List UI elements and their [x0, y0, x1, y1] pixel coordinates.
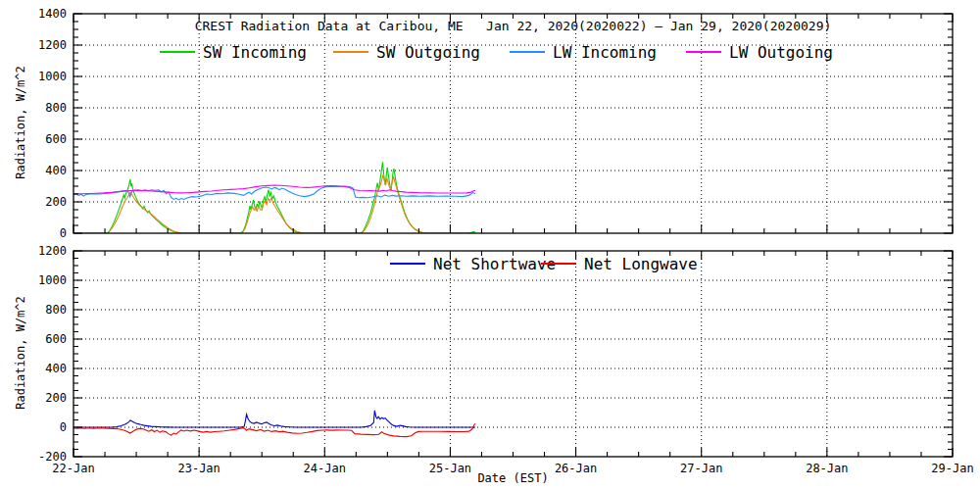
radiation-plot-figure: 0200400600800100012001400-20002004006008… [0, 0, 980, 490]
sw-outgoing-line-swatch [333, 51, 368, 53]
y-tick-label: 600 [45, 132, 67, 146]
legend-item-net-longwave: Net Longwave [541, 257, 698, 270]
series-line-sw-outgoing [74, 175, 475, 234]
legend-label-lw-outgoing: LW Outgoing [729, 43, 833, 62]
legend-item-sw-outgoing: SW Outgoing [333, 45, 480, 59]
chart-title: CREST Radiation Data at Caribou, ME Jan … [74, 19, 953, 33]
legend-label-sw-outgoing: SW Outgoing [376, 43, 480, 62]
y-tick-label: 200 [45, 391, 67, 405]
legend-item-sw-incoming: SW Incoming [160, 45, 307, 59]
y-tick-label: 1000 [38, 273, 67, 287]
y-tick-label: 400 [45, 362, 67, 375]
panel-2: -20002004006008001000120022-Jan23-Jan24-… [38, 244, 974, 475]
y-tick-label: 0 [60, 226, 67, 240]
y-tick-label: 600 [45, 332, 67, 346]
legend-label-net-shortwave: Net Shortwave [433, 255, 556, 273]
y-tick-label: 400 [45, 164, 67, 177]
legend-label-sw-incoming: SW Incoming [203, 43, 307, 62]
top-panel-y-axis-title: Radiation, W/m^2 [14, 24, 27, 220]
y-tick-label: 1200 [38, 244, 67, 258]
y-tick-label: 200 [45, 195, 67, 209]
net-longwave-line-swatch [541, 263, 576, 265]
sw-incoming-line-swatch [160, 51, 195, 53]
lw-incoming-line-swatch [510, 51, 545, 53]
legend-item-lw-incoming: LW Incoming [510, 45, 657, 59]
lw-outgoing-line-swatch [686, 51, 721, 53]
legend-label-lw-incoming: LW Incoming [553, 43, 657, 62]
legend-item-net-shortwave: Net Shortwave [390, 257, 556, 270]
y-tick-label: 1000 [38, 70, 67, 83]
y-tick-label: 800 [45, 303, 67, 317]
net-shortwave-line-swatch [390, 263, 425, 265]
panel-frame [74, 251, 953, 457]
chart-canvas: 0200400600800100012001400-20002004006008… [0, 0, 980, 490]
y-tick-label: 800 [45, 101, 67, 115]
series-line-net-shortwave [74, 411, 475, 427]
legend-label-net-longwave: Net Longwave [584, 255, 698, 273]
bottom-panel-y-axis-title: Radiation, W/m^2 [14, 255, 27, 451]
y-tick-label: 1200 [38, 38, 67, 52]
y-tick-label: 0 [60, 420, 67, 434]
legend-item-lw-outgoing: LW Outgoing [686, 45, 833, 59]
y-tick-label: 1400 [38, 7, 67, 21]
x-axis-title: Date (EST) [74, 471, 953, 485]
